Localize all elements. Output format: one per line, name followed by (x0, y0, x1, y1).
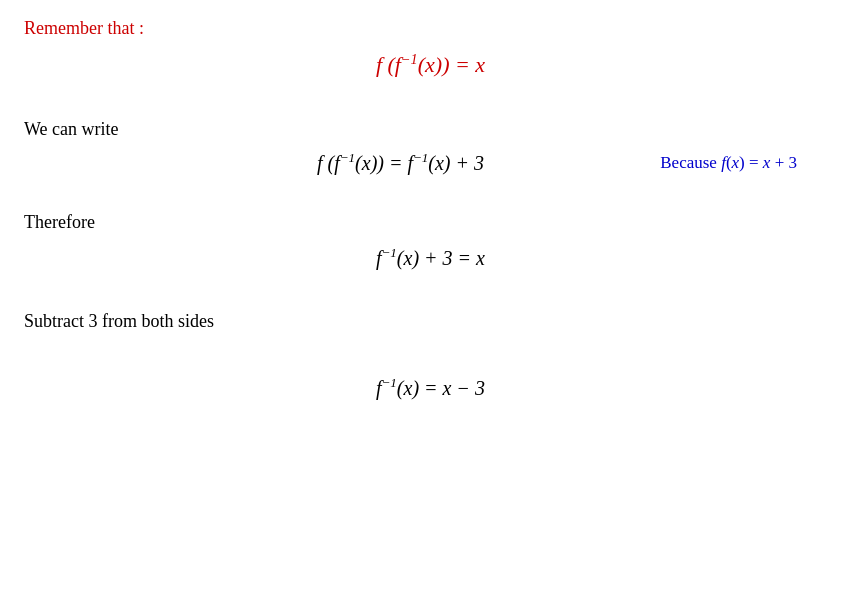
equation3-block: f−1(x) + 3 = x (24, 245, 837, 270)
equation2-rhs: Because f(x) = x + 3 (660, 153, 797, 173)
equation2-lhs: f (f−1(x)) = f−1(x) + 3 (317, 150, 484, 175)
equation2-row: f (f−1(x)) = f−1(x) + 3 Because f(x) = x… (24, 150, 837, 175)
remember-label: Remember that : (24, 18, 144, 39)
remember-section: Remember that : (24, 18, 837, 39)
equation4-block: f−1(x) = x − 3 (24, 375, 837, 400)
formula1-block: f (f−1(x)) = x (24, 51, 837, 78)
therefore-label: Therefore (24, 212, 837, 233)
we-can-write-section: We can write (24, 119, 837, 140)
subtract-section: Subtract 3 from both sides (24, 311, 837, 332)
therefore-section: Therefore (24, 212, 837, 233)
equation4-display: f−1(x) = x − 3 (376, 375, 485, 400)
formula1-display: f (f−1(x)) = x (376, 51, 485, 78)
subtract-label: Subtract 3 from both sides (24, 311, 837, 332)
equation3-display: f−1(x) + 3 = x (376, 245, 485, 270)
we-can-write-label: We can write (24, 119, 837, 140)
page: Remember that : f (f−1(x)) = x We can wr… (20, 10, 841, 427)
